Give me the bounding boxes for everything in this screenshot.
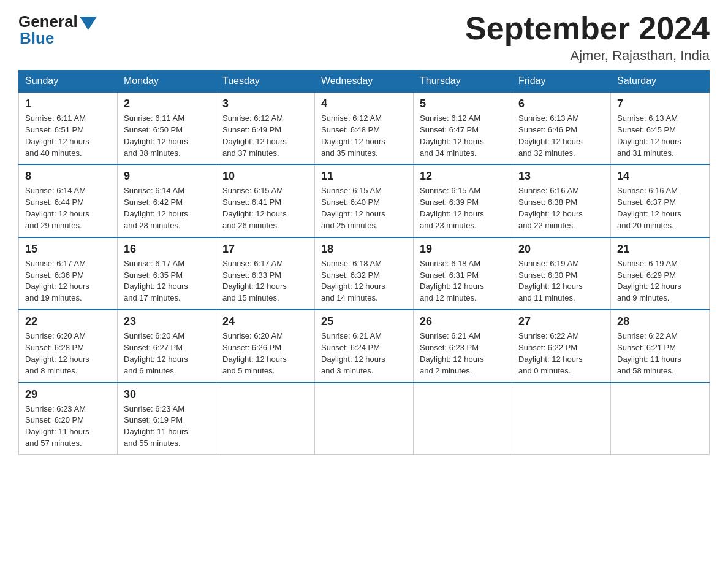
day-info-20: Sunrise: 6:19 AMSunset: 6:30 PMDaylight:… <box>518 258 604 304</box>
calendar-day-29: 29Sunrise: 6:23 AMSunset: 6:20 PMDayligh… <box>19 383 118 455</box>
day-info-27: Sunrise: 6:22 AMSunset: 6:22 PMDaylight:… <box>518 331 604 377</box>
day-info-2: Sunrise: 6:11 AMSunset: 6:50 PMDaylight:… <box>124 113 210 159</box>
calendar-day-1: 1Sunrise: 6:11 AMSunset: 6:51 PMDaylight… <box>19 92 118 164</box>
day-info-15: Sunrise: 6:17 AMSunset: 6:36 PMDaylight:… <box>25 258 111 304</box>
logo: General Blue <box>18 12 97 48</box>
calendar-day-6: 6Sunrise: 6:13 AMSunset: 6:46 PMDaylight… <box>512 92 611 164</box>
calendar-day-28: 28Sunrise: 6:22 AMSunset: 6:21 PMDayligh… <box>611 310 710 382</box>
day-info-7: Sunrise: 6:13 AMSunset: 6:45 PMDaylight:… <box>617 113 703 159</box>
day-number-16: 16 <box>124 243 210 256</box>
day-number-13: 13 <box>518 170 604 183</box>
weekday-header-tuesday: Tuesday <box>216 71 315 93</box>
day-info-30: Sunrise: 6:23 AMSunset: 6:19 PMDaylight:… <box>124 404 210 450</box>
day-number-3: 3 <box>222 98 308 110</box>
calendar-day-2: 2Sunrise: 6:11 AMSunset: 6:50 PMDaylight… <box>118 92 216 164</box>
calendar-day-27: 27Sunrise: 6:22 AMSunset: 6:22 PMDayligh… <box>512 310 611 382</box>
day-info-26: Sunrise: 6:21 AMSunset: 6:23 PMDaylight:… <box>420 331 506 377</box>
day-number-21: 21 <box>617 243 703 256</box>
calendar-day-4: 4Sunrise: 6:12 AMSunset: 6:48 PMDaylight… <box>315 92 414 164</box>
day-info-18: Sunrise: 6:18 AMSunset: 6:32 PMDaylight:… <box>321 258 407 304</box>
calendar-day-12: 12Sunrise: 6:15 AMSunset: 6:39 PMDayligh… <box>414 164 512 237</box>
calendar-day-9: 9Sunrise: 6:14 AMSunset: 6:42 PMDaylight… <box>118 164 216 237</box>
day-info-23: Sunrise: 6:20 AMSunset: 6:27 PMDaylight:… <box>124 331 210 377</box>
calendar-day-17: 17Sunrise: 6:17 AMSunset: 6:33 PMDayligh… <box>216 237 315 310</box>
day-number-5: 5 <box>420 98 506 110</box>
day-number-25: 25 <box>321 315 407 328</box>
calendar-day-22: 22Sunrise: 6:20 AMSunset: 6:28 PMDayligh… <box>19 310 118 382</box>
day-info-22: Sunrise: 6:20 AMSunset: 6:28 PMDaylight:… <box>25 331 111 377</box>
calendar-day-30: 30Sunrise: 6:23 AMSunset: 6:19 PMDayligh… <box>118 383 216 455</box>
day-number-18: 18 <box>321 243 407 256</box>
day-info-4: Sunrise: 6:12 AMSunset: 6:48 PMDaylight:… <box>321 113 407 159</box>
day-info-19: Sunrise: 6:18 AMSunset: 6:31 PMDaylight:… <box>420 258 506 304</box>
calendar-day-11: 11Sunrise: 6:15 AMSunset: 6:40 PMDayligh… <box>315 164 414 237</box>
day-info-12: Sunrise: 6:15 AMSunset: 6:39 PMDaylight:… <box>420 185 506 231</box>
day-info-24: Sunrise: 6:20 AMSunset: 6:26 PMDaylight:… <box>222 331 308 377</box>
logo-blue-text: Blue <box>20 29 54 48</box>
calendar-day-5: 5Sunrise: 6:12 AMSunset: 6:47 PMDaylight… <box>414 92 512 164</box>
calendar-day-20: 20Sunrise: 6:19 AMSunset: 6:30 PMDayligh… <box>512 237 611 310</box>
calendar-day-18: 18Sunrise: 6:18 AMSunset: 6:32 PMDayligh… <box>315 237 414 310</box>
day-number-28: 28 <box>617 315 703 328</box>
logo-triangle-icon <box>80 17 97 30</box>
day-info-14: Sunrise: 6:16 AMSunset: 6:37 PMDaylight:… <box>617 185 703 231</box>
calendar-day-25: 25Sunrise: 6:21 AMSunset: 6:24 PMDayligh… <box>315 310 414 382</box>
weekday-header-monday: Monday <box>118 71 216 93</box>
day-info-29: Sunrise: 6:23 AMSunset: 6:20 PMDaylight:… <box>25 404 111 450</box>
day-number-15: 15 <box>25 243 111 256</box>
day-info-21: Sunrise: 6:19 AMSunset: 6:29 PMDaylight:… <box>617 258 703 304</box>
day-number-29: 29 <box>25 388 111 401</box>
calendar-day-3: 3Sunrise: 6:12 AMSunset: 6:49 PMDaylight… <box>216 92 315 164</box>
day-number-1: 1 <box>25 98 111 110</box>
day-number-14: 14 <box>617 170 703 183</box>
day-number-26: 26 <box>420 315 506 328</box>
weekday-header-wednesday: Wednesday <box>315 71 414 93</box>
day-info-3: Sunrise: 6:12 AMSunset: 6:49 PMDaylight:… <box>222 113 308 159</box>
page-header: General Blue September 2024 Ajmer, Rajas… <box>18 12 710 64</box>
empty-cell <box>512 383 611 455</box>
day-info-28: Sunrise: 6:22 AMSunset: 6:21 PMDaylight:… <box>617 331 703 377</box>
day-info-8: Sunrise: 6:14 AMSunset: 6:44 PMDaylight:… <box>25 185 111 231</box>
calendar-day-10: 10Sunrise: 6:15 AMSunset: 6:41 PMDayligh… <box>216 164 315 237</box>
day-number-23: 23 <box>124 315 210 328</box>
calendar-day-26: 26Sunrise: 6:21 AMSunset: 6:23 PMDayligh… <box>414 310 512 382</box>
calendar-day-15: 15Sunrise: 6:17 AMSunset: 6:36 PMDayligh… <box>19 237 118 310</box>
calendar-day-14: 14Sunrise: 6:16 AMSunset: 6:37 PMDayligh… <box>611 164 710 237</box>
day-number-9: 9 <box>124 170 210 183</box>
day-info-9: Sunrise: 6:14 AMSunset: 6:42 PMDaylight:… <box>124 185 210 231</box>
day-number-6: 6 <box>518 98 604 110</box>
day-info-25: Sunrise: 6:21 AMSunset: 6:24 PMDaylight:… <box>321 331 407 377</box>
day-info-10: Sunrise: 6:15 AMSunset: 6:41 PMDaylight:… <box>222 185 308 231</box>
title-block: September 2024 Ajmer, Rajasthan, India <box>465 12 710 64</box>
empty-cell <box>611 383 710 455</box>
calendar-day-7: 7Sunrise: 6:13 AMSunset: 6:45 PMDaylight… <box>611 92 710 164</box>
day-number-17: 17 <box>222 243 308 256</box>
day-number-30: 30 <box>124 388 210 401</box>
day-number-7: 7 <box>617 98 703 110</box>
empty-cell <box>315 383 414 455</box>
calendar-table: SundayMondayTuesdayWednesdayThursdayFrid… <box>18 70 710 455</box>
calendar-day-24: 24Sunrise: 6:20 AMSunset: 6:26 PMDayligh… <box>216 310 315 382</box>
day-number-12: 12 <box>420 170 506 183</box>
day-number-19: 19 <box>420 243 506 256</box>
day-number-11: 11 <box>321 170 407 183</box>
day-number-27: 27 <box>518 315 604 328</box>
day-number-2: 2 <box>124 98 210 110</box>
calendar-day-8: 8Sunrise: 6:14 AMSunset: 6:44 PMDaylight… <box>19 164 118 237</box>
empty-cell <box>216 383 315 455</box>
location-text: Ajmer, Rajasthan, India <box>465 48 710 64</box>
day-number-10: 10 <box>222 170 308 183</box>
calendar-day-19: 19Sunrise: 6:18 AMSunset: 6:31 PMDayligh… <box>414 237 512 310</box>
day-number-8: 8 <box>25 170 111 183</box>
day-info-5: Sunrise: 6:12 AMSunset: 6:47 PMDaylight:… <box>420 113 506 159</box>
day-info-16: Sunrise: 6:17 AMSunset: 6:35 PMDaylight:… <box>124 258 210 304</box>
month-title: September 2024 <box>465 12 710 44</box>
weekday-header-friday: Friday <box>512 71 611 93</box>
day-info-17: Sunrise: 6:17 AMSunset: 6:33 PMDaylight:… <box>222 258 308 304</box>
weekday-header-thursday: Thursday <box>414 71 512 93</box>
weekday-header-saturday: Saturday <box>611 71 710 93</box>
day-number-20: 20 <box>518 243 604 256</box>
empty-cell <box>414 383 512 455</box>
calendar-day-21: 21Sunrise: 6:19 AMSunset: 6:29 PMDayligh… <box>611 237 710 310</box>
day-number-22: 22 <box>25 315 111 328</box>
